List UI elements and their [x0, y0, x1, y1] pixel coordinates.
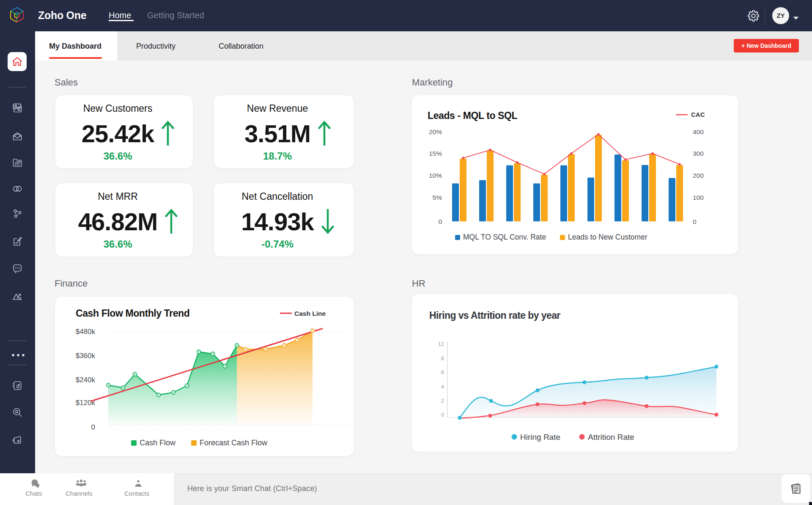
svg-text:0: 0 — [438, 218, 442, 225]
svg-text:20%: 20% — [429, 128, 442, 135]
svg-text:Hiring vs Attrition rate by ye: Hiring vs Attrition rate by year — [429, 310, 560, 321]
svg-text:0: 0 — [91, 423, 95, 431]
svg-text:$120k: $120k — [76, 399, 96, 407]
svg-text:400: 400 — [693, 128, 704, 135]
svg-text:300: 300 — [693, 150, 704, 157]
svg-text:6: 6 — [441, 369, 444, 375]
svg-text:Cash Flow: Cash Flow — [140, 439, 176, 447]
svg-text:0: 0 — [693, 218, 697, 225]
svg-text:15%: 15% — [429, 150, 442, 157]
svg-text:Hiring Rate: Hiring Rate — [520, 433, 560, 442]
svg-text:100: 100 — [693, 194, 704, 201]
svg-text:Cash Line: Cash Line — [294, 310, 326, 317]
svg-text:Leads to New Customer: Leads to New Customer — [568, 233, 647, 241]
svg-text:$360k: $360k — [76, 352, 96, 360]
svg-text:Leads - MQL to SQL: Leads - MQL to SQL — [428, 110, 518, 121]
svg-text:0: 0 — [441, 412, 444, 418]
svg-text:8: 8 — [441, 355, 444, 362]
svg-text:$480k: $480k — [76, 328, 96, 336]
svg-text:$240k: $240k — [76, 376, 96, 384]
svg-text:2: 2 — [441, 397, 444, 404]
svg-text:CAC: CAC — [691, 111, 705, 118]
svg-text:5%: 5% — [433, 194, 442, 201]
svg-text:Attrition Rate: Attrition Rate — [588, 433, 634, 442]
svg-text:10%: 10% — [429, 172, 442, 179]
svg-text:Cash Flow Monthly Trend: Cash Flow Monthly Trend — [76, 308, 189, 319]
svg-text:4: 4 — [441, 384, 444, 390]
svg-text:12: 12 — [438, 341, 444, 347]
svg-text:MQL TO SQL Conv. Rate: MQL TO SQL Conv. Rate — [463, 233, 546, 241]
svg-text:200: 200 — [693, 172, 704, 179]
svg-text:Forecast Cash Flow: Forecast Cash Flow — [200, 439, 268, 447]
